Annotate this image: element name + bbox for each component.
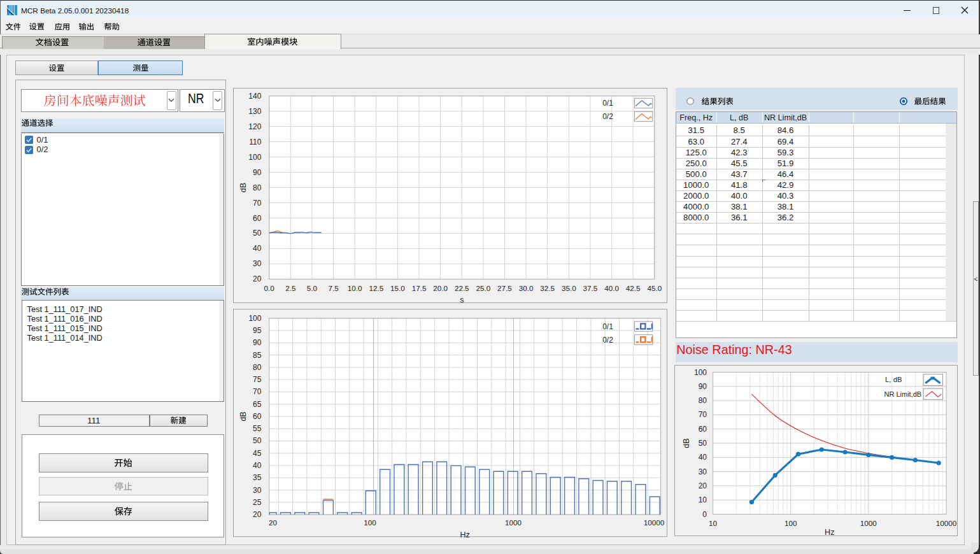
svg-text:s: s [460, 295, 464, 302]
svg-text:45.0: 45.0 [647, 283, 662, 292]
svg-text:85: 85 [253, 351, 262, 360]
svg-text:60: 60 [699, 425, 707, 434]
svg-text:55: 55 [253, 425, 262, 434]
svg-text:75: 75 [253, 376, 262, 385]
svg-text:0/1: 0/1 [602, 99, 613, 108]
svg-text:25: 25 [253, 498, 262, 507]
svg-text:50: 50 [699, 439, 707, 448]
svg-text:10.0: 10.0 [348, 283, 362, 292]
svg-text:100: 100 [248, 152, 261, 161]
svg-text:20.0: 20.0 [433, 283, 448, 292]
svg-text:Hz: Hz [825, 528, 834, 536]
svg-text:0: 0 [702, 510, 707, 519]
svg-text:45: 45 [253, 449, 262, 458]
svg-text:70: 70 [253, 198, 262, 207]
svg-text:27.5: 27.5 [497, 283, 512, 292]
svg-text:0/2: 0/2 [602, 112, 613, 121]
svg-text:100: 100 [248, 314, 261, 323]
svg-text:40: 40 [253, 244, 262, 253]
svg-text:100: 100 [364, 518, 376, 527]
svg-text:80: 80 [253, 183, 262, 192]
svg-text:60: 60 [253, 412, 262, 421]
svg-text:Hz: Hz [460, 531, 470, 537]
svg-text:dB: dB [682, 438, 691, 448]
svg-text:80: 80 [253, 363, 262, 372]
svg-text:37.5: 37.5 [583, 283, 598, 292]
svg-text:80: 80 [699, 396, 707, 405]
svg-text:20: 20 [699, 481, 707, 490]
svg-text:1000: 1000 [860, 519, 877, 527]
svg-text:110: 110 [249, 137, 261, 146]
svg-text:100: 100 [694, 368, 707, 377]
svg-text:30: 30 [253, 259, 262, 268]
svg-text:12.5: 12.5 [369, 283, 383, 292]
svg-text:dB: dB [239, 412, 248, 422]
svg-text:40.0: 40.0 [604, 283, 619, 292]
svg-text:90: 90 [253, 339, 262, 348]
svg-text:30: 30 [699, 467, 707, 476]
svg-text:10000: 10000 [936, 519, 957, 527]
svg-text:10000: 10000 [644, 518, 665, 527]
svg-text:40: 40 [253, 461, 262, 470]
svg-text:7.5: 7.5 [328, 283, 339, 292]
svg-text:10: 10 [709, 519, 718, 527]
svg-text:32.5: 32.5 [540, 283, 555, 292]
svg-text:dB: dB [239, 182, 248, 192]
svg-text:50: 50 [253, 437, 262, 446]
svg-text:60: 60 [253, 213, 262, 222]
svg-text:NR Limit,dB: NR Limit,dB [884, 390, 922, 398]
svg-text:120: 120 [248, 122, 261, 131]
svg-text:22.5: 22.5 [455, 283, 469, 292]
svg-text:30.0: 30.0 [519, 283, 534, 292]
svg-text:90: 90 [699, 382, 707, 391]
svg-text:0.0: 0.0 [264, 283, 275, 292]
svg-text:70: 70 [699, 410, 707, 419]
svg-text:70: 70 [253, 388, 262, 397]
svg-text:20: 20 [269, 518, 278, 527]
svg-text:35.0: 35.0 [562, 283, 576, 292]
svg-text:L, dB: L, dB [885, 376, 902, 383]
svg-text:140: 140 [248, 91, 261, 100]
svg-text:10: 10 [699, 495, 707, 504]
svg-text:20: 20 [253, 274, 262, 283]
svg-text:15.0: 15.0 [390, 283, 405, 292]
svg-text:0/2: 0/2 [602, 336, 613, 344]
svg-text:65: 65 [253, 400, 262, 409]
svg-text:40: 40 [699, 453, 707, 462]
svg-text:90: 90 [253, 167, 262, 176]
svg-text:0/1: 0/1 [602, 322, 613, 331]
svg-text:2.5: 2.5 [285, 283, 296, 292]
svg-text:30: 30 [253, 486, 262, 495]
svg-text:25.0: 25.0 [476, 283, 490, 292]
svg-text:42.5: 42.5 [626, 283, 641, 292]
svg-text:50: 50 [253, 229, 262, 238]
svg-text:5.0: 5.0 [307, 283, 318, 292]
svg-text:20: 20 [253, 510, 262, 519]
svg-text:95: 95 [253, 326, 262, 335]
svg-text:17.5: 17.5 [412, 283, 427, 292]
svg-text:130: 130 [248, 106, 261, 115]
svg-text:1000: 1000 [505, 518, 522, 527]
svg-text:100: 100 [785, 519, 797, 527]
svg-text:35: 35 [253, 474, 262, 483]
